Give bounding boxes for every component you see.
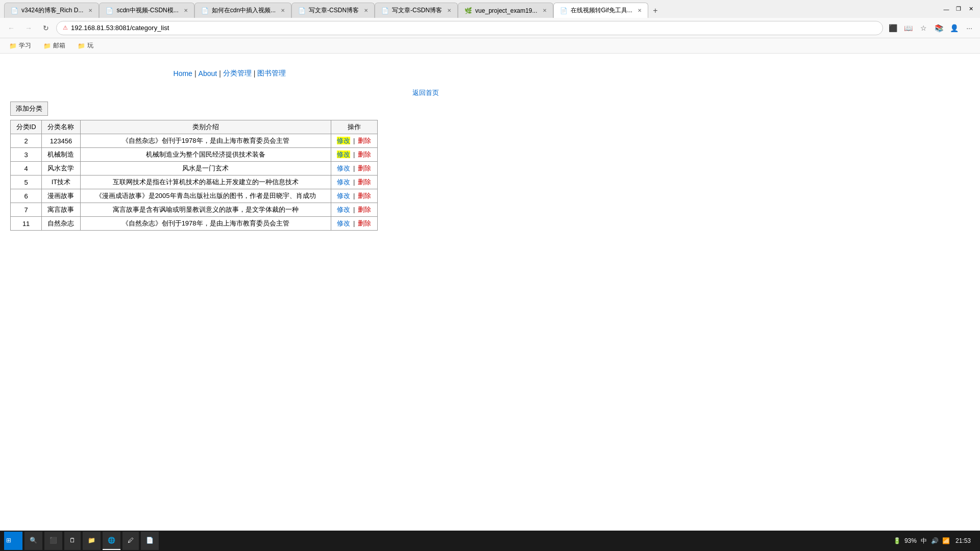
nav-home[interactable]: Home [174,69,192,78]
paint-taskbar[interactable]: 🖊 [122,532,139,550]
delete-link-4[interactable]: 删除 [358,192,371,199]
tab-5[interactable]: 📄 写文章-CSDN博客 ✕ [375,3,458,18]
tab-6-close[interactable]: ✕ [543,8,547,13]
nav-category[interactable]: 分类管理 [223,69,252,78]
page-actions: 返回首页 [10,88,449,97]
bookmark-study[interactable]: 📁 学习 [5,40,35,51]
edit-link-5[interactable]: 修改 [337,206,350,213]
header-name: 分类名称 [42,120,80,134]
bookmark-fun-label: 玩 [87,41,93,50]
notepad-taskbar[interactable]: 🗒 [64,532,81,550]
start-button[interactable]: ⊞ [4,532,22,550]
edit-link-4[interactable]: 修改 [337,192,350,199]
tab-1-close[interactable]: ✕ [88,8,92,13]
explorer-icon: 📁 [88,537,95,544]
translate-icon[interactable]: ⬛ [886,21,899,35]
network-icon[interactable]: 📶 [942,537,950,545]
word-icon: 📄 [146,537,154,544]
edge-taskbar[interactable]: 🌐 [103,532,120,550]
restore-button[interactable]: ❐ [953,4,964,14]
search-button[interactable]: 🔍 [24,532,42,550]
system-clock[interactable]: 21:53 [955,537,971,544]
forward-button[interactable]: → [21,21,36,35]
cell-name-0: 123456 [42,134,80,148]
delete-link-1[interactable]: 删除 [358,151,371,158]
edit-link-0[interactable]: 修改 [337,137,350,144]
tab-7-favicon: 📄 [560,7,568,14]
refresh-button[interactable]: ↻ [39,21,53,35]
explorer-taskbar[interactable]: 📁 [83,532,101,550]
close-button[interactable]: ✕ [966,4,976,14]
collections-icon[interactable]: 📚 [932,21,945,35]
cell-id-4: 6 [11,189,42,203]
table-row: 11 自然杂志 《自然杂志》创刊于1978年，是由上海市教育委员会主管 修改 |… [11,217,378,231]
edit-link-2[interactable]: 修改 [337,164,350,172]
tab-2-close[interactable]: ✕ [184,8,188,13]
action-sep-5: | [353,206,357,213]
back-button[interactable]: ← [4,21,18,35]
minimize-button[interactable]: — [941,4,951,14]
tab-5-close[interactable]: ✕ [447,8,451,13]
tab-4[interactable]: 📄 写文章-CSDN博客 ✕ [291,3,375,18]
cell-id-5: 7 [11,203,42,217]
taskbar: ⊞ 🔍 ⬛ 🗒 📁 🌐 🖊 📄 🔋 93% 中 🔊 [0,531,980,551]
action-sep-4: | [353,192,357,199]
tab-4-favicon: 📄 [298,7,306,14]
profile-icon[interactable]: 👤 [947,21,961,35]
new-tab-button[interactable]: + [648,4,663,18]
table-header-row: 分类ID 分类名称 类别介绍 操作 [11,120,378,134]
volume-icon[interactable]: 🔊 [931,537,939,545]
cell-desc-2: 风水是一门玄术 [80,162,331,176]
edit-link-1[interactable]: 修改 [337,151,350,158]
delete-link-3[interactable]: 删除 [358,178,371,186]
system-tray: 🔋 93% 中 🔊 📶 21:53 [893,537,976,545]
table-row: 3 机械制造 机械制造业为整个国民经济提供技术装备 修改 | 删除 [11,148,378,162]
tab-3-close[interactable]: ✕ [281,8,285,13]
tab-1[interactable]: 📄 v3424的博客_Rich D... ✕ [4,3,99,18]
delete-link-2[interactable]: 删除 [358,164,371,172]
tab-6-favicon: 🌿 [464,7,472,14]
nav-book[interactable]: 图书管理 [257,69,286,78]
folder-icon-3: 📁 [78,42,85,49]
battery-icon: 🔋 [893,537,901,545]
tab-4-close[interactable]: ✕ [364,8,368,13]
window-controls: — ❐ ✕ [941,4,976,14]
favorites-icon[interactable]: ☆ [917,21,930,35]
tab-6-title: vue_project_exam19... [475,7,537,14]
action-sep-2: | [353,164,357,172]
settings-icon[interactable]: ··· [963,21,976,35]
action-sep-6: | [353,219,357,227]
tab-7[interactable]: 📄 在线视频转Gif免工具... ✕ [553,3,648,18]
tab-2[interactable]: 📄 scdn中视频-CSDN模... ✕ [99,3,194,18]
edit-link-3[interactable]: 修改 [337,178,350,186]
cell-action-1: 修改 | 删除 [331,148,377,162]
edge-icon: 🌐 [108,537,115,544]
nav-about[interactable]: About [199,69,217,78]
task-view-button[interactable]: ⬛ [44,532,62,550]
tab-6[interactable]: 🌿 vue_project_exam19... ✕ [458,3,553,18]
tab-strip: 📄 v3424的博客_Rich D... ✕ 📄 scdn中视频-CSDN模..… [4,0,935,18]
table-row: 2 123456 《自然杂志》创刊于1978年，是由上海市教育委员会主管 修改 … [11,134,378,148]
delete-link-6[interactable]: 删除 [358,219,371,227]
edit-link-6[interactable]: 修改 [337,219,350,227]
ime-icon[interactable]: 中 [920,537,928,545]
bookmark-fun[interactable]: 📁 玩 [74,40,97,51]
back-home-link[interactable]: 返回首页 [412,88,439,97]
notepad-icon: 🗒 [69,537,76,544]
tab-7-close[interactable]: ✕ [638,8,642,13]
page-content: Home | About | 分类管理 | 图书管理 返回首页 添加分类 [0,54,980,551]
bookmark-email[interactable]: 📁 邮箱 [39,40,69,51]
header-id: 分类ID [11,120,42,134]
cell-name-4: 漫画故事 [42,189,80,203]
tab-3[interactable]: 📄 如何在cdn中插入视频... ✕ [194,3,291,18]
cell-desc-4: 《漫画成语故事》是2005年青岛出版社出版的图书，作者是田晓宇、肖成功 [80,189,331,203]
delete-link-0[interactable]: 删除 [358,137,371,144]
word-taskbar[interactable]: 📄 [141,532,159,550]
action-sep-1: | [353,151,357,158]
cell-id-0: 2 [11,134,42,148]
bookmarks-bar: 📁 学习 📁 邮箱 📁 玩 [0,38,980,54]
address-input[interactable] [71,24,876,32]
reader-icon[interactable]: 📖 [901,21,915,35]
delete-link-5[interactable]: 删除 [358,206,371,213]
add-category-button[interactable]: 添加分类 [10,102,48,116]
